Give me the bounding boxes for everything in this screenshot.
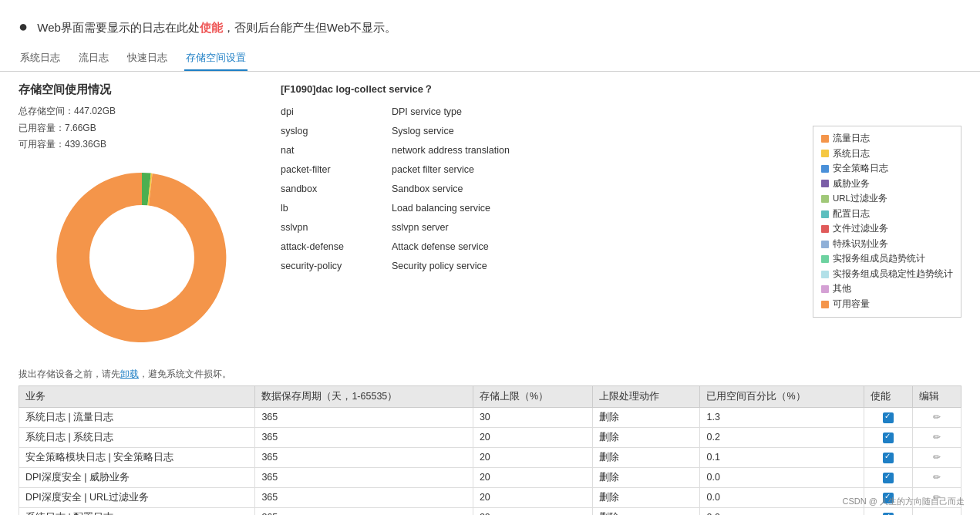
enable-checkbox[interactable] [883,513,894,515]
middle-panel: [F1090]dac log-collect service？ dpi DPI … [281,79,797,354]
legend-dot-9 [821,271,829,278]
table-row: 安全策略模块日志 | 安全策略日志 365 20 删除 0.1 ✏ [19,447,961,467]
enable-checkbox[interactable] [883,412,894,423]
left-panel: 存储空间使用情况 总存储空间：447.02GB 已用容量：7.66GB 可用容量… [19,79,265,354]
tab-flowlog[interactable]: 流日志 [77,46,110,71]
enable-checkbox[interactable] [883,433,894,443]
legend-label-2: 安全策略日志 [833,161,888,177]
bottom-note: 拔出存储设备之前，请先卸载，避免系统文件损坏。 [19,368,961,381]
legend-dot-4 [821,195,829,203]
legend-label-7: 特殊识别业务 [833,237,888,252]
storage-title: 存储空间使用情况 [19,82,265,97]
note-after: ，避免系统文件损坏。 [139,369,231,379]
total-label: 总存储空间： [19,106,74,116]
legend-dot-3 [821,180,829,187]
cell-used-1: 0.2 [700,427,864,447]
cell-service-2: 安全策略模块日志 | 安全策略日志 [19,447,255,467]
cell-enable-2[interactable] [864,447,913,467]
edit-icon-2[interactable]: ✏ [933,452,941,463]
legend-dot-10 [821,285,829,293]
cell-enable-3[interactable] [864,467,913,487]
col-edit: 编辑 [912,385,961,407]
legend-label-11: 可用容量 [833,297,870,312]
cell-limit-3: 20 [473,467,592,487]
legend-label-9: 实报务组成员稳定性趋势统计 [833,267,953,282]
legend-dot-1 [821,150,829,157]
cell-limit-1: 20 [473,427,592,447]
cell-days-1: 365 [255,427,473,447]
legend-label-0: 流量日志 [833,131,870,146]
legend-item-7: 特殊识别业务 [821,237,953,252]
col-service: 业务 [19,385,255,407]
service-key-syslog: syslog [281,122,373,141]
service-row-packet-filter: packet-filter packet filter service [281,160,797,180]
service-val-packet-filter: packet filter service [392,160,474,180]
service-val-sandbox: Sandbox service [392,180,463,199]
edit-icon-5[interactable]: ✏ [933,512,941,515]
service-row-sslvpn: sslvpn sslvpn server [281,218,797,237]
col-days: 数据保存周期（天，1-65535） [255,385,473,407]
legend-dot-11 [821,301,829,308]
service-val-security-policy: Security policy service [392,257,487,276]
cell-used-5: 0.0 [700,507,864,515]
cell-used-0: 1.3 [700,407,864,427]
edit-icon-3[interactable]: ✏ [933,472,941,483]
service-row-nat: nat network address translation [281,141,797,160]
cell-edit-1[interactable]: ✏ [912,427,961,447]
service-row-security-policy: security-policy Security policy service [281,257,797,276]
enable-checkbox[interactable] [883,453,894,463]
cell-service-3: DPI深度安全 | 威胁业务 [19,467,255,487]
cell-edit-5[interactable]: ✏ [912,507,961,515]
storage-table: 业务 数据保存周期（天，1-65535） 存储上限（%） 上限处理动作 已用空间… [19,385,961,515]
service-row-syslog: syslog Syslog service [281,122,797,141]
legend-dot-5 [821,210,829,218]
cell-enable-5[interactable] [864,507,913,515]
service-row-attack-defense: attack-defense Attack defense service [281,237,797,257]
cell-limit-5: 20 [473,507,592,515]
cell-used-2: 0.1 [700,447,864,467]
legend-dot-2 [821,165,829,173]
cell-days-0: 365 [255,407,473,427]
main-content: 存储空间使用情况 总存储空间：447.02GB 已用容量：7.66GB 可用容量… [0,72,980,362]
avail-value: 439.36GB [65,139,106,150]
tab-syslog[interactable]: 系统日志 [19,46,62,71]
total-value: 447.02GB [74,106,116,116]
cell-action-2: 删除 [593,447,700,467]
col-limit: 存储上限（%） [473,385,592,407]
legend-item-11: 可用容量 [821,297,953,312]
used-value: 7.66GB [65,123,96,133]
avail-label: 可用容量： [19,139,65,150]
service-key-sslvpn: sslvpn [281,218,373,237]
cell-enable-0[interactable] [864,407,913,427]
cell-edit-3[interactable]: ✏ [912,467,961,487]
used-label: 已用容量： [19,123,65,133]
cell-action-1: 删除 [593,427,700,447]
col-enable: 使能 [864,385,913,407]
edit-icon-0[interactable]: ✏ [933,412,941,422]
unmount-link[interactable]: 卸载 [120,369,139,379]
table-row: 系统日志 | 流量日志 365 30 删除 1.3 ✏ [19,407,961,427]
service-val-attack-defense: Attack defense service [392,237,489,257]
cell-edit-0[interactable]: ✏ [912,407,961,427]
table-row: DPI深度安全 | 威胁业务 365 20 删除 0.0 ✏ [19,467,961,487]
edit-icon-1[interactable]: ✏ [933,432,941,443]
cell-enable-1[interactable] [864,427,913,447]
tab-storage-settings[interactable]: 存储空间设置 [184,46,248,71]
legend-label-4: URL过滤业务 [833,191,887,207]
enable-checkbox[interactable] [883,473,894,483]
donut-svg [53,169,231,346]
legend-label-6: 文件过滤业务 [833,221,888,237]
cell-days-2: 365 [255,447,473,467]
service-key-sandbox: sandbox [281,180,373,199]
legend-label-10: 其他 [833,281,851,297]
donut-chart [53,169,231,346]
service-val-nat: network address translation [392,141,510,160]
service-row-lb: lb Load balancing service [281,199,797,218]
legend-item-1: 系统日志 [821,146,953,162]
cell-limit-2: 20 [473,447,592,467]
watermark: CSDN @ 人生的方向随自己而走 [843,496,965,507]
tab-fastlog[interactable]: 快速日志 [126,46,169,71]
cell-edit-2[interactable]: ✏ [912,447,961,467]
cell-service-5: 系统日志 | 配置日志 [19,507,255,515]
legend-label-1: 系统日志 [833,146,870,162]
